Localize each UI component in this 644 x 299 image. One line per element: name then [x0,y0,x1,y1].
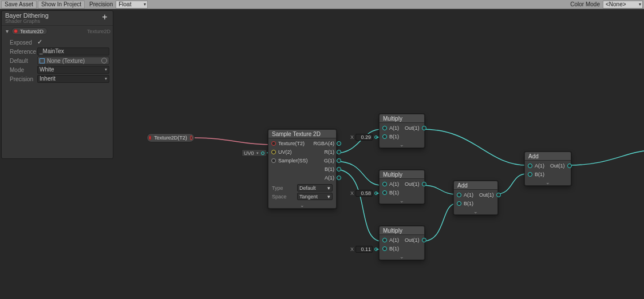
port-in-sampler[interactable]: Sampler(SS) [270,157,310,165]
node-add-2[interactable]: Add A(1) B(1) Out(1) ⌄ [524,152,571,186]
add-property-button[interactable]: + [100,13,109,22]
port-out-rgba[interactable]: RGBA(4) [312,139,343,147]
port-out[interactable] [190,135,192,140]
port-out-a[interactable]: A(1) [323,174,343,182]
property-pill-texture2d[interactable]: Texture2D [11,27,48,35]
color-mode-select[interactable]: <None> ▾ [603,1,643,9]
port-out[interactable]: Out(1) [403,180,428,188]
node-title[interactable]: Multiply [380,226,424,235]
inline-value-field[interactable]: 0.11 [355,246,373,253]
inline-value-2[interactable]: X 0.58 [350,190,378,197]
port-out-r[interactable]: R(1) [323,148,343,156]
chevron-down-icon: ▾ [105,66,107,73]
row-label-precision: Precision [10,76,34,82]
port-out[interactable]: Out(1) [403,124,428,132]
blackboard-subtitle: Shader Graphs [5,19,49,24]
uv-select-chip[interactable]: UV0 ▾ [242,149,267,157]
port-in-b[interactable]: B(1) [526,170,546,178]
color-mode-label: Color Mode [567,1,602,7]
precision-value: Float [118,1,131,7]
node-option-type-label: Type [272,185,293,191]
port-in-b[interactable]: B(1) [381,245,401,253]
object-picker-icon[interactable] [101,58,107,63]
node-add-1[interactable]: Add A(1) B(1) Out(1) ⌄ [453,181,498,215]
port-in-a[interactable]: A(1) [455,191,475,199]
chevron-down-icon: ▾ [327,185,330,191]
port-connector [374,248,378,251]
chevron-down-icon: ▾ [144,2,146,7]
chevron-down-icon: ▾ [639,2,641,7]
node-title[interactable]: Multiply [380,170,424,179]
row-label-reference: Reference [10,49,34,55]
uv-select-label: UV0 [244,150,254,156]
property-type-label: Texture2D [87,29,110,34]
port-in-b[interactable]: B(1) [455,200,475,208]
node-title[interactable]: Multiply [380,114,424,123]
port-in-texture[interactable]: Texture(T2) [270,139,306,147]
port-out[interactable]: Out(1) [477,191,503,199]
show-in-project-button[interactable]: Show In Project [38,1,85,9]
port-out-g[interactable]: G(1) [322,157,343,165]
port-in-a[interactable]: A(1) [526,162,546,170]
row-label-mode: Mode [10,67,34,73]
port-in-uv[interactable]: UV(2) [270,148,294,156]
inline-value-1[interactable]: X 0.29 [350,134,378,141]
collapse-toggle-icon[interactable]: ⌄ [454,209,497,214]
port-connector [374,192,378,195]
default-texture-value: None (Texture) [47,58,85,64]
row-label-default: Default [10,58,34,64]
property-node-texture2d[interactable]: Texture2D(T2) [147,133,195,142]
collapse-toggle-icon[interactable]: ⌄ [380,198,424,204]
texture-icon [39,58,45,63]
chevron-down-icon: ▾ [327,194,330,200]
port-out[interactable]: Out(1) [548,162,574,170]
inline-value-field[interactable]: 0.58 [355,190,373,197]
default-texture-field[interactable]: None (Texture) [37,57,109,65]
inline-value-3[interactable]: X 0.11 [350,246,378,253]
collapse-toggle-icon[interactable]: ⌄ [380,142,424,147]
node-title[interactable]: Sample Texture 2D [268,130,336,138]
node-title[interactable]: Add [454,181,497,190]
collapse-toggle-icon[interactable]: ⌄ [525,180,571,185]
precision-select[interactable]: Inherit ▾ [37,75,109,83]
node-multiply-2[interactable]: Multiply A(1) B(1) Out(1) ⌄ [379,170,425,204]
port-in-b[interactable]: B(1) [381,189,401,197]
property-node-label: Texture2D(T2) [154,135,187,141]
color-mode-value: <None> [606,1,626,7]
exposed-checkbox[interactable]: ✓ [37,39,44,46]
save-asset-button[interactable]: Save Asset [1,1,37,9]
property-pill-label: Texture2D [20,29,44,34]
node-multiply-3[interactable]: Multiply A(1) B(1) Out(1) ⌄ [379,226,425,260]
port-out[interactable]: Out(1) [403,236,428,244]
port-out-b[interactable]: B(1) [323,165,343,173]
chevron-down-icon: ▾ [256,151,259,156]
property-color-dot [149,135,151,140]
inline-value-field[interactable]: 0.29 [355,134,373,141]
top-toolbar: Save Asset Show In Project Precision Flo… [0,0,644,9]
precision-select[interactable]: Float ▾ [116,1,148,9]
port-in-a[interactable]: A(1) [381,124,401,132]
port-in-a[interactable]: A(1) [381,180,401,188]
node-multiply-1[interactable]: Multiply A(1) B(1) Out(1) ⌄ [379,114,425,148]
precision-label: Precision [86,1,114,7]
row-label-exposed: Exposed [10,39,34,46]
node-option-space-select[interactable]: Tangent▾ [297,193,333,200]
property-color-dot [14,29,18,33]
chevron-down-icon: ▾ [105,75,107,82]
node-option-type-select[interactable]: Default▾ [297,184,333,192]
collapse-toggle-icon[interactable]: ⌄ [380,254,424,260]
blackboard-panel[interactable]: Bayer Dithering Shader Graphs + ▾ Textur… [1,10,113,159]
node-sample-texture-2d[interactable]: Sample Texture 2D Texture(T2) UV(2) Samp… [268,129,337,209]
port-in-a[interactable]: A(1) [381,236,401,244]
port-connector [374,135,378,139]
mode-select[interactable]: White ▾ [37,66,109,74]
collapse-toggle-icon[interactable]: ⌄ [268,202,336,208]
port-connector [261,152,264,155]
node-option-space-label: Space [272,194,293,200]
port-in-b[interactable]: B(1) [381,133,401,141]
reference-field[interactable]: _MainTex [37,47,109,55]
fold-toggle-icon[interactable]: ▾ [4,28,10,34]
node-title[interactable]: Add [525,152,571,161]
